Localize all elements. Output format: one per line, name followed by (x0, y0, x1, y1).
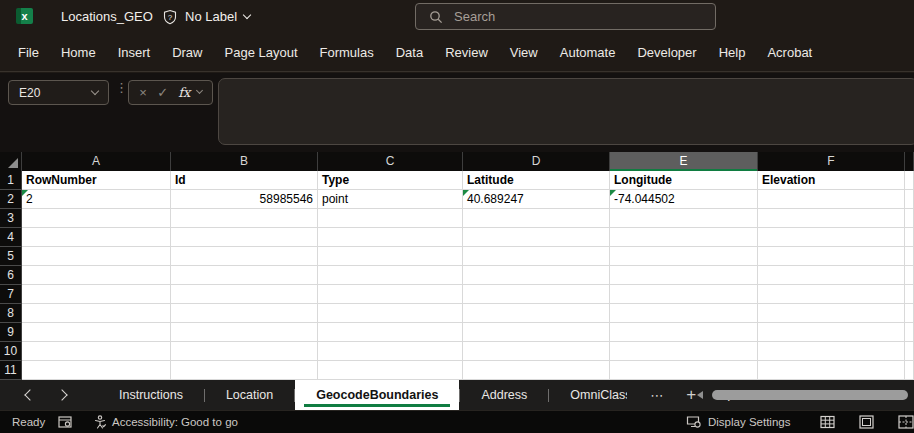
cancel-button[interactable]: × (139, 85, 147, 100)
cell[interactable] (905, 266, 914, 285)
add-sheet-button[interactable]: + (686, 385, 696, 405)
cell[interactable] (758, 266, 905, 285)
normal-view-icon[interactable] (820, 415, 835, 429)
cell-g1[interactable] (905, 171, 914, 190)
cell[interactable] (610, 266, 758, 285)
formula-input[interactable] (218, 78, 914, 145)
cell[interactable] (318, 361, 463, 380)
cell[interactable] (171, 285, 318, 304)
row-header-8[interactable]: 8 (0, 304, 22, 323)
cell[interactable] (610, 285, 758, 304)
row-header-7[interactable]: 7 (0, 285, 22, 304)
cell-f1[interactable]: Elevation (758, 171, 905, 190)
cell-d2[interactable]: 40.689247 (463, 190, 610, 209)
cell[interactable] (171, 323, 318, 342)
document-title[interactable]: Locations_GEO (61, 9, 153, 24)
ribbon-tab-file[interactable]: File (18, 45, 39, 60)
cell[interactable] (905, 228, 914, 247)
cell[interactable] (22, 247, 171, 266)
cell[interactable] (22, 285, 171, 304)
cell[interactable] (758, 323, 905, 342)
sheet-scroll-left-icon[interactable] (24, 389, 35, 400)
ribbon-tab-review[interactable]: Review (445, 45, 488, 60)
cell-d1[interactable]: Latitude (463, 171, 610, 190)
cell[interactable] (22, 209, 171, 228)
cell[interactable] (22, 304, 171, 323)
row-header-9[interactable]: 9 (0, 323, 22, 342)
cell[interactable] (463, 342, 610, 361)
row-header-1[interactable]: 1 (0, 171, 22, 190)
excel-app-icon[interactable]: x (16, 8, 33, 24)
sheet-scroll-right-icon[interactable] (56, 389, 67, 400)
cell[interactable] (463, 304, 610, 323)
cell-e1[interactable]: Longitude (610, 171, 758, 190)
cell-g2[interactable] (905, 190, 914, 209)
cell-f2[interactable] (758, 190, 905, 209)
cell[interactable] (463, 209, 610, 228)
ribbon-tab-developer[interactable]: Developer (637, 45, 696, 60)
cell[interactable] (758, 342, 905, 361)
name-box[interactable]: E20 (8, 80, 109, 105)
cell[interactable] (905, 285, 914, 304)
cell[interactable] (758, 209, 905, 228)
cell-b2[interactable]: 58985546 (171, 190, 318, 209)
cell[interactable] (610, 323, 758, 342)
cell-a1[interactable]: RowNumber (22, 171, 171, 190)
row-header-2[interactable]: 2 (0, 190, 22, 209)
cell-c1[interactable]: Type (318, 171, 463, 190)
enter-button[interactable]: ✓ (157, 85, 168, 100)
cell[interactable] (463, 228, 610, 247)
cell-c2[interactable]: point (318, 190, 463, 209)
more-sheets-icon[interactable]: ⋯ (650, 388, 664, 403)
search-box[interactable] (415, 3, 716, 30)
cell[interactable] (758, 304, 905, 323)
cell[interactable] (318, 266, 463, 285)
row-header-4[interactable]: 4 (0, 228, 22, 247)
row-header-5[interactable]: 5 (0, 247, 22, 266)
cell[interactable] (22, 323, 171, 342)
cell[interactable] (22, 342, 171, 361)
sensitivity-label-button[interactable]: ? No Label (162, 6, 250, 27)
page-break-view-icon[interactable] (898, 415, 914, 429)
cell[interactable] (758, 285, 905, 304)
ribbon-tab-draw[interactable]: Draw (172, 45, 202, 60)
cell[interactable] (905, 323, 914, 342)
horizontal-scrollbar-thumb[interactable] (712, 390, 908, 400)
row-header-11[interactable]: 11 (0, 361, 22, 380)
cell[interactable] (905, 361, 914, 380)
cell-a2[interactable]: 2 (22, 190, 171, 209)
row-header-6[interactable]: 6 (0, 266, 22, 285)
cell[interactable] (171, 342, 318, 361)
sheet-tab-instructions[interactable]: Instructions (98, 380, 204, 410)
ribbon-tab-automate[interactable]: Automate (560, 45, 616, 60)
column-header-e-selected[interactable]: E (610, 152, 758, 171)
cell[interactable] (758, 361, 905, 380)
cell[interactable] (463, 323, 610, 342)
cell[interactable] (610, 304, 758, 323)
page-layout-view-icon[interactable] (859, 415, 874, 429)
cell[interactable] (318, 304, 463, 323)
hscroll-left-arrow-icon[interactable] (697, 391, 703, 399)
cell[interactable] (463, 266, 610, 285)
formula-bar-drag-handle[interactable]: ⋮ (115, 85, 121, 90)
column-header-c[interactable]: C (318, 152, 463, 171)
cell[interactable] (758, 247, 905, 266)
cell[interactable] (758, 228, 905, 247)
cell[interactable] (318, 247, 463, 266)
column-header-f[interactable]: F (758, 152, 905, 171)
cell[interactable] (905, 247, 914, 266)
cell[interactable] (318, 323, 463, 342)
cell[interactable] (171, 209, 318, 228)
cell[interactable] (463, 361, 610, 380)
ribbon-tab-view[interactable]: View (510, 45, 538, 60)
cell[interactable] (905, 209, 914, 228)
cell[interactable] (463, 285, 610, 304)
ribbon-tab-data[interactable]: Data (396, 45, 423, 60)
accessibility-status[interactable]: Accessibility: Good to go (93, 415, 238, 429)
ribbon-tab-page-layout[interactable]: Page Layout (225, 45, 298, 60)
cell[interactable] (318, 209, 463, 228)
column-header-b[interactable]: B (171, 152, 318, 171)
row-header-10[interactable]: 10 (0, 342, 22, 361)
cell[interactable] (171, 247, 318, 266)
ribbon-tab-home[interactable]: Home (61, 45, 96, 60)
